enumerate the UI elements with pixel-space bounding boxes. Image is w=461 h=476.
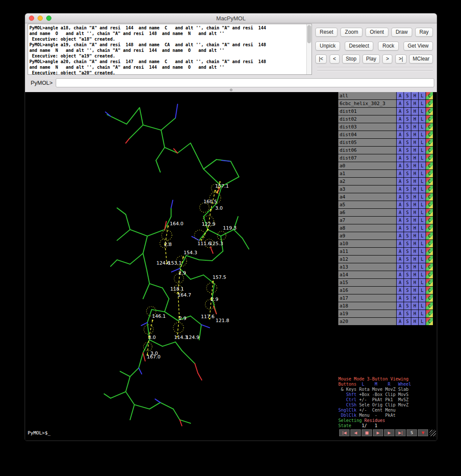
minimize-button[interactable] bbox=[38, 16, 43, 21]
color-button[interactable]: C bbox=[426, 170, 433, 177]
show-button[interactable]: S bbox=[404, 139, 411, 146]
viewport-prompt[interactable]: PyMOL>$_ bbox=[28, 429, 337, 437]
label-button[interactable]: L bbox=[419, 92, 426, 99]
action-button[interactable]: A bbox=[397, 232, 404, 240]
show-button[interactable]: S bbox=[404, 302, 411, 310]
color-button[interactable]: C bbox=[426, 108, 433, 115]
draw-button[interactable]: Draw bbox=[391, 28, 412, 37]
action-button[interactable]: A bbox=[397, 224, 404, 232]
hide-button[interactable]: H bbox=[411, 224, 418, 232]
action-button[interactable]: A bbox=[397, 170, 404, 177]
movie-stop-button[interactable]: Stop bbox=[342, 54, 360, 64]
action-button[interactable]: A bbox=[397, 217, 404, 224]
action-button[interactable]: A bbox=[397, 302, 404, 310]
show-button[interactable]: S bbox=[404, 217, 411, 224]
object-name[interactable]: a11 bbox=[338, 248, 396, 255]
label-button[interactable]: L bbox=[419, 178, 426, 185]
show-button[interactable]: S bbox=[404, 162, 411, 169]
object-name[interactable]: a9 bbox=[338, 232, 396, 240]
hide-button[interactable]: H bbox=[411, 162, 418, 169]
color-button[interactable]: C bbox=[426, 256, 433, 263]
console-output[interactable]: PyMOL>angle a18, chain "A" and resi 144 … bbox=[28, 24, 312, 75]
action-button[interactable]: A bbox=[397, 193, 404, 201]
ray-button[interactable]: Ray bbox=[415, 28, 433, 37]
action-button[interactable]: A bbox=[397, 131, 404, 138]
color-button[interactable]: C bbox=[426, 100, 433, 107]
color-button[interactable]: C bbox=[426, 154, 433, 162]
hide-button[interactable]: H bbox=[411, 256, 418, 263]
show-button[interactable]: S bbox=[404, 224, 411, 232]
color-button[interactable]: C bbox=[426, 209, 433, 216]
hide-button[interactable]: H bbox=[411, 201, 418, 208]
viewport-3d[interactable]: 157.1160.53.0164.0122.9119.32.8111.6125.… bbox=[28, 92, 337, 429]
mouse-panel-line[interactable]: State 1/ 1 bbox=[338, 423, 437, 428]
object-name[interactable]: dist05 bbox=[338, 139, 396, 146]
label-button[interactable]: L bbox=[419, 302, 426, 310]
action-button[interactable]: A bbox=[397, 209, 404, 216]
step-back-button[interactable]: ◀ bbox=[350, 429, 361, 436]
action-button[interactable]: A bbox=[397, 178, 404, 185]
hide-button[interactable]: H bbox=[411, 310, 418, 317]
object-name[interactable]: dist04 bbox=[338, 131, 396, 138]
hide-button[interactable]: H bbox=[411, 302, 418, 310]
color-button[interactable]: C bbox=[426, 263, 433, 271]
label-button[interactable]: L bbox=[419, 115, 426, 123]
hide-button[interactable]: H bbox=[411, 279, 418, 286]
pane-splitter-handle[interactable] bbox=[230, 89, 232, 91]
action-button[interactable]: A bbox=[397, 108, 404, 115]
color-button[interactable]: C bbox=[426, 224, 433, 232]
object-name[interactable]: a1 bbox=[338, 170, 396, 177]
get-view-button[interactable]: Get View bbox=[404, 42, 433, 51]
hide-button[interactable]: H bbox=[411, 123, 418, 131]
show-button[interactable]: S bbox=[404, 147, 411, 154]
resize-grip[interactable] bbox=[429, 430, 436, 436]
action-button[interactable]: A bbox=[397, 271, 404, 278]
object-name[interactable]: a2 bbox=[338, 178, 396, 185]
action-button[interactable]: A bbox=[397, 279, 404, 286]
show-button[interactable]: S bbox=[404, 154, 411, 162]
hide-button[interactable]: H bbox=[411, 100, 418, 107]
seek-first-button[interactable]: |◀ bbox=[339, 429, 350, 436]
label-button[interactable]: L bbox=[419, 248, 426, 255]
color-button[interactable]: C bbox=[426, 287, 433, 294]
hide-button[interactable]: H bbox=[411, 209, 418, 216]
action-button[interactable]: A bbox=[397, 310, 404, 317]
hide-button[interactable]: H bbox=[411, 154, 418, 162]
movie-last-button[interactable]: >| bbox=[395, 54, 407, 64]
movie-play-button[interactable]: Play bbox=[362, 54, 379, 64]
color-button[interactable]: C bbox=[426, 318, 433, 325]
label-button[interactable]: L bbox=[419, 100, 426, 107]
object-name[interactable]: a8 bbox=[338, 224, 396, 232]
object-name[interactable]: a17 bbox=[338, 294, 396, 302]
color-button[interactable]: C bbox=[426, 240, 433, 247]
action-button[interactable]: A bbox=[397, 100, 404, 107]
console-scrollbar[interactable] bbox=[306, 24, 312, 74]
show-button[interactable]: S bbox=[404, 170, 411, 177]
zoom-window-button[interactable] bbox=[46, 16, 51, 21]
show-button[interactable]: S bbox=[404, 193, 411, 201]
object-name[interactable]: dist06 bbox=[338, 147, 396, 154]
object-name[interactable]: a0 bbox=[338, 162, 396, 169]
reset-button[interactable]: Reset bbox=[315, 28, 337, 37]
play-button[interactable]: ▶ bbox=[373, 429, 383, 436]
label-button[interactable]: L bbox=[419, 287, 426, 294]
show-button[interactable]: S bbox=[404, 310, 411, 317]
label-button[interactable]: L bbox=[419, 108, 426, 115]
color-button[interactable]: C bbox=[426, 279, 433, 286]
color-button[interactable]: C bbox=[426, 310, 433, 317]
label-button[interactable]: L bbox=[419, 131, 426, 138]
label-button[interactable]: L bbox=[419, 162, 426, 169]
show-button[interactable]: S bbox=[404, 108, 411, 115]
command-input[interactable] bbox=[56, 78, 434, 87]
movie-clear-button[interactable]: MClear bbox=[409, 54, 433, 64]
label-button[interactable]: L bbox=[419, 147, 426, 154]
color-button[interactable]: C bbox=[426, 217, 433, 224]
hide-button[interactable]: H bbox=[411, 178, 418, 185]
object-name[interactable]: a14 bbox=[338, 271, 396, 278]
label-button[interactable]: L bbox=[419, 279, 426, 286]
label-button[interactable]: L bbox=[419, 232, 426, 240]
hide-button[interactable]: H bbox=[411, 232, 418, 240]
hide-button[interactable]: H bbox=[411, 248, 418, 255]
action-button[interactable]: A bbox=[397, 123, 404, 131]
hide-button[interactable]: H bbox=[411, 217, 418, 224]
